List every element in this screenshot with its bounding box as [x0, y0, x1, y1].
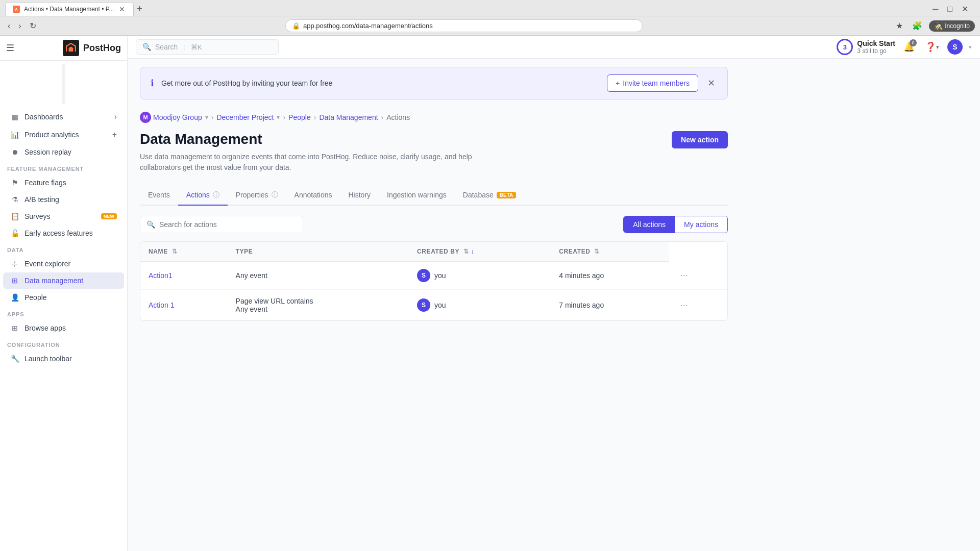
dashboards-icon: ▦	[10, 113, 19, 121]
surveys-icon: 📋	[10, 212, 19, 220]
row2-more-cell: ···	[669, 290, 727, 321]
breadcrumb-org-link[interactable]: M Moodjoy Group	[140, 112, 202, 123]
sidebar-item-surveys[interactable]: 📋 Surveys NEW	[3, 208, 124, 224]
actions-search-input[interactable]	[159, 220, 297, 229]
config-section-label: CONFIGURATION	[0, 337, 127, 350]
row2-more-btn[interactable]: ···	[677, 299, 691, 312]
sidebar-item-session-replay[interactable]: ⏺ Session replay	[3, 144, 124, 160]
sidebar-item-feature-flags[interactable]: ⚑ Feature flags	[3, 174, 124, 191]
new-action-btn[interactable]: New action	[672, 131, 728, 148]
actions-filter-buttons: All actions My actions	[623, 216, 728, 233]
early-access-icon: 🔓	[10, 229, 19, 237]
sidebar-item-data-management[interactable]: ⊞ Data management	[3, 272, 124, 289]
table-body: Action1 Any event S you	[140, 262, 727, 321]
page-header-row: Data Management Use data management to o…	[140, 131, 728, 185]
browser-tab-bar: A Actions • Data Management • P... ✕ + ─…	[0, 0, 980, 16]
product-analytics-add-icon[interactable]: +	[112, 130, 117, 139]
action2-link[interactable]: Action 1	[149, 301, 175, 309]
created-by-sort-down[interactable]: ↓	[471, 248, 474, 255]
bookmark-btn[interactable]: ★	[893, 20, 905, 32]
actions-search-bar[interactable]: 🔍	[140, 216, 303, 233]
sidebar-item-people[interactable]: 👤 People	[3, 289, 124, 306]
browser-address-bar-row: ‹ › ↻ 🔒 ★ 🧩 🕵 Incognito	[0, 16, 980, 36]
url-input[interactable]	[303, 22, 636, 30]
tab-properties[interactable]: Properties ⓘ	[228, 185, 286, 206]
main-content: ℹ Get more out of PostHog by inviting yo…	[128, 59, 980, 551]
sidebar-item-ab-testing[interactable]: ⚗ A/B testing	[3, 191, 124, 208]
invite-banner: ℹ Get more out of PostHog by inviting yo…	[140, 67, 728, 99]
tab-database[interactable]: Database BETA	[455, 185, 524, 206]
created-sort-icon[interactable]: ⇅	[594, 248, 600, 255]
sidebar-item-launch-toolbar[interactable]: 🔧 Launch toolbar	[3, 350, 124, 367]
breadcrumb-sep-1: ›	[211, 113, 214, 121]
quick-start-circle: 3	[837, 39, 853, 55]
row1-created-by-cell: S you	[409, 262, 551, 290]
surveys-new-badge: NEW	[101, 213, 117, 219]
tab-history[interactable]: History	[340, 185, 379, 206]
data-management-tabs: Events Actions ⓘ Properties ⓘ Annotation…	[140, 185, 728, 206]
incognito-btn[interactable]: 🕵 Incognito	[929, 20, 975, 32]
close-window-btn[interactable]: ✕	[959, 3, 971, 15]
content-area: 🔍 Search : ⌘K 3 Quick Start 3 still to g…	[128, 36, 980, 551]
product-analytics-icon: 📊	[10, 131, 19, 139]
tab-events[interactable]: Events	[140, 185, 178, 206]
row2-name-cell: Action 1	[140, 290, 228, 321]
sidebar-toggle-btn[interactable]: ☰	[6, 42, 14, 54]
table-row: Action 1 Page view URL contains Any even…	[140, 290, 727, 321]
notif-count: 0	[910, 39, 917, 46]
sidebar: ☰ PostHog ▦ Dashboards › 📊 Product analy…	[0, 36, 128, 551]
dashboards-add-icon[interactable]: ›	[114, 112, 117, 121]
tab-ingestion-warnings[interactable]: Ingestion warnings	[379, 185, 455, 206]
tab-annotations[interactable]: Annotations	[286, 185, 340, 206]
global-search-bar[interactable]: 🔍 Search : ⌘K	[136, 39, 279, 55]
row2-user-avatar: S	[417, 298, 430, 312]
all-actions-btn[interactable]: All actions	[624, 216, 675, 233]
row2-type-cell: Page view URL contains Any event	[228, 290, 409, 321]
sidebar-item-event-explorer[interactable]: ⊹ Event explorer	[3, 256, 124, 272]
banner-info-icon: ℹ	[151, 78, 154, 89]
breadcrumb-project-link[interactable]: December Project	[216, 113, 274, 121]
notifications-btn[interactable]: 🔔 0	[901, 39, 917, 55]
actions-table-container: NAME ⇅ TYPE CREATED BY ⇅ ↓	[140, 241, 728, 321]
name-sort-icon[interactable]: ⇅	[172, 248, 178, 255]
header-right-controls: 3 Quick Start 3 still to go 🔔 0 ❓ ▾ S	[837, 39, 972, 55]
sidebar-item-dashboards[interactable]: ▦ Dashboards ›	[3, 108, 124, 126]
search-shortcut: :	[184, 43, 186, 51]
maximize-btn[interactable]: □	[945, 4, 955, 15]
banner-close-btn[interactable]: ✕	[705, 78, 717, 89]
sidebar-scrollbar	[62, 64, 65, 105]
ab-testing-icon: ⚗	[10, 195, 19, 204]
browser-tab[interactable]: A Actions • Data Management • P... ✕	[5, 2, 134, 16]
col-created: CREATED ⇅	[551, 242, 669, 262]
quick-start-btn[interactable]: 3 Quick Start 3 still to go	[837, 39, 895, 55]
minimize-btn[interactable]: ─	[930, 4, 941, 15]
browse-apps-icon: ⊞	[10, 324, 19, 332]
breadcrumb-sep-2: ›	[283, 113, 285, 121]
address-bar[interactable]: 🔒	[285, 19, 643, 32]
extensions-btn[interactable]: 🧩	[910, 20, 925, 32]
launch-toolbar-icon: 🔧	[10, 355, 19, 363]
my-actions-btn[interactable]: My actions	[675, 216, 727, 233]
user-avatar-btn[interactable]: S	[947, 39, 963, 55]
actions-info-icon: ⓘ	[213, 190, 219, 199]
sidebar-item-product-analytics[interactable]: 📊 Product analytics +	[3, 126, 124, 143]
tab-close-btn[interactable]: ✕	[118, 5, 126, 13]
tab-actions[interactable]: Actions ⓘ	[178, 185, 228, 206]
action1-link[interactable]: Action1	[149, 271, 173, 280]
help-btn[interactable]: ❓ ▾	[923, 39, 941, 55]
breadcrumb-people-link[interactable]: People	[288, 113, 311, 121]
sidebar-item-browse-apps[interactable]: ⊞ Browse apps	[3, 320, 124, 336]
breadcrumb-data-mgmt-link[interactable]: Data Management	[319, 113, 378, 121]
data-section-label: DATA	[0, 242, 127, 255]
row1-name-cell: Action1	[140, 262, 228, 290]
sidebar-item-early-access[interactable]: 🔓 Early access features	[3, 225, 124, 241]
breadcrumb-sep-3: ›	[314, 113, 316, 121]
row1-more-btn[interactable]: ···	[677, 269, 691, 282]
reload-btn[interactable]: ↻	[27, 20, 39, 32]
new-tab-btn[interactable]: +	[134, 4, 145, 14]
forward-btn[interactable]: ›	[16, 20, 23, 32]
invite-team-btn[interactable]: + Invite team members	[607, 74, 698, 92]
search-label: Search	[155, 43, 178, 51]
back-btn[interactable]: ‹	[5, 20, 13, 32]
created-by-sort-icon[interactable]: ⇅	[463, 248, 469, 255]
